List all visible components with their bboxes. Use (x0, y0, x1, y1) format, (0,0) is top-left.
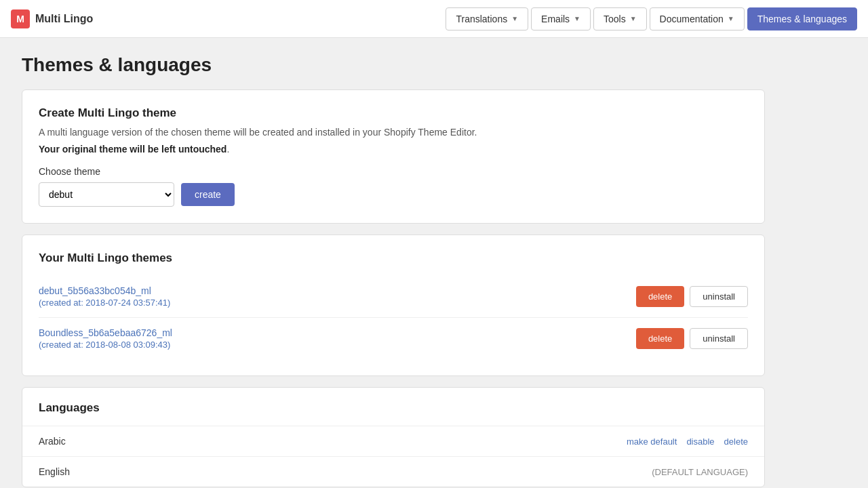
create-theme-card: Create Multi Lingo theme A multi languag… (22, 89, 765, 224)
theme-item: debut_5b56a33bc054b_ml (created at: 2018… (39, 276, 748, 318)
chevron-down-icon: ▼ (728, 15, 734, 22)
nav-emails-label: Emails (541, 14, 570, 24)
theme-item: Boundless_5b6a5ebaa6726_ml (created at: … (39, 318, 748, 359)
nav-translations[interactable]: Translations ▼ (446, 7, 528, 30)
create-theme-title: Create Multi Lingo theme (39, 106, 748, 120)
languages-title: Languages (22, 388, 764, 426)
theme-actions-1: delete uninstall (636, 286, 748, 307)
chevron-down-icon: ▼ (630, 15, 637, 22)
delete-button-2[interactable]: delete (636, 328, 684, 349)
nav-translations-label: Translations (456, 14, 507, 24)
nav-items: Translations ▼ Emails ▼ Tools ▼ Document… (446, 7, 857, 30)
chevron-down-icon: ▼ (511, 15, 518, 22)
choose-theme-label: Choose theme (39, 166, 748, 177)
theme-select-row: debut create (39, 182, 748, 207)
theme-info-2: Boundless_5b6a5ebaa6726_ml (created at: … (39, 327, 636, 350)
theme-date-2: (created at: 2018-08-08 03:09:43) (39, 340, 636, 350)
create-theme-desc1: A multi language version of the chosen t… (39, 125, 748, 140)
lang-name-arabic: Arabic (39, 436, 627, 447)
theme-actions-2: delete uninstall (636, 328, 748, 349)
theme-name-2[interactable]: Boundless_5b6a5ebaa6726_ml (39, 327, 172, 338)
lang-actions-english: (DEFAULT LANGUAGE) (652, 467, 748, 477)
create-theme-desc2-bold: Your original theme will be left untouch… (39, 144, 226, 155)
uninstall-button-1[interactable]: uninstall (690, 286, 748, 307)
lang-actions-arabic: make default disable delete (627, 436, 748, 447)
brand-name: Multi Lingo (35, 13, 93, 25)
nav-documentation-label: Documentation (660, 14, 724, 24)
nav-emails[interactable]: Emails ▼ (531, 7, 591, 30)
main-content: Themes & languages Create Multi Lingo th… (0, 38, 787, 488)
page-title: Themes & languages (22, 54, 765, 76)
languages-card: Languages Arabic make default disable de… (22, 387, 765, 487)
nav-tools[interactable]: Tools ▼ (593, 7, 647, 30)
theme-date-1: (created at: 2018-07-24 03:57:41) (39, 298, 636, 308)
theme-select[interactable]: debut (39, 182, 174, 207)
theme-info-1: debut_5b56a33bc054b_ml (created at: 2018… (39, 285, 636, 308)
make-default-link-arabic[interactable]: make default (627, 436, 677, 447)
nav-documentation[interactable]: Documentation ▼ (650, 7, 745, 30)
create-theme-desc2: Your original theme will be left untouch… (39, 142, 748, 157)
chevron-down-icon: ▼ (574, 15, 580, 22)
navbar: M Multi Lingo Translations ▼ Emails ▼ To… (0, 0, 868, 38)
nav-tools-label: Tools (604, 14, 626, 24)
create-button[interactable]: create (181, 183, 235, 206)
disable-link-arabic[interactable]: disable (686, 436, 714, 447)
theme-name-1[interactable]: debut_5b56a33bc054b_ml (39, 285, 151, 296)
delete-link-arabic[interactable]: delete (724, 436, 748, 447)
your-themes-card: Your Multi Lingo themes debut_5b56a33bc0… (22, 235, 765, 376)
brand-icon: M (11, 9, 30, 28)
brand: M Multi Lingo (11, 9, 93, 28)
lang-row-arabic: Arabic make default disable delete (22, 426, 764, 456)
nav-themes-languages[interactable]: Themes & languages (747, 7, 857, 30)
default-language-badge: (DEFAULT LANGUAGE) (652, 467, 748, 477)
delete-button-1[interactable]: delete (636, 286, 684, 307)
lang-name-english: English (39, 466, 652, 477)
nav-themes-languages-label: Themes & languages (757, 14, 847, 24)
lang-row-english: English (DEFAULT LANGUAGE) (22, 456, 764, 487)
uninstall-button-2[interactable]: uninstall (690, 328, 748, 349)
your-themes-title: Your Multi Lingo themes (39, 251, 748, 265)
create-theme-desc2-rest: . (226, 144, 229, 155)
